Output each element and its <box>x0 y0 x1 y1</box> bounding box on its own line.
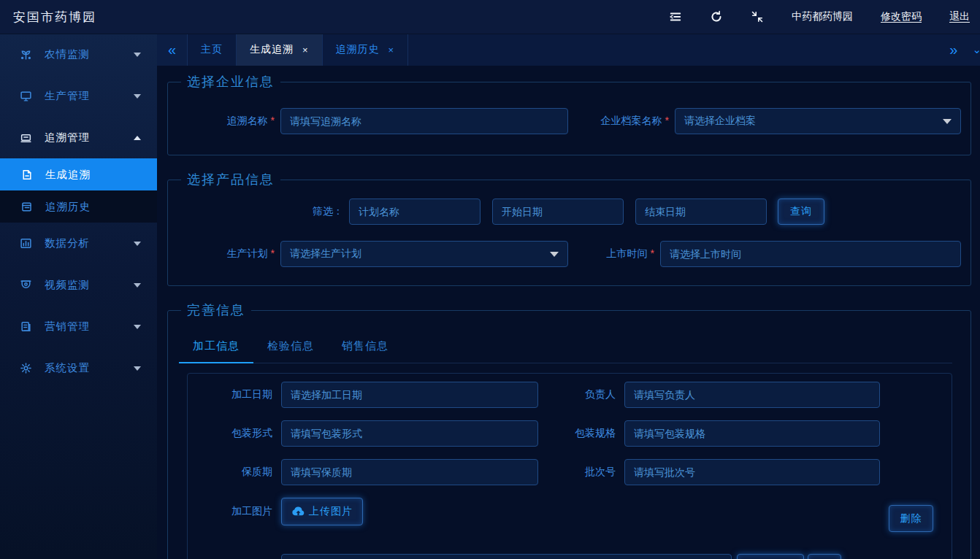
query-button[interactable]: 查询 <box>778 198 824 225</box>
trace-name-input[interactable] <box>280 108 568 134</box>
sidebar-item-label: 营销管理 <box>45 320 90 334</box>
sidebar-item-generate-trace[interactable]: 生成追溯 <box>0 158 157 190</box>
complete-info-section: 完善信息 加工信息 检验信息 销售信息 加工日期 负责人 包装形式 包装规格 保… <box>167 301 971 559</box>
enterprise-form-row: 追溯名称* 企业档案名称* 请选择企业档案 <box>168 90 971 155</box>
shelf-life-label: 保质期 <box>188 466 272 479</box>
tab-sales-info[interactable]: 销售信息 <box>328 332 402 363</box>
sidebar-item-production[interactable]: 生产管理 <box>0 75 157 117</box>
tab-home[interactable]: 主页 <box>188 34 237 66</box>
chevron-down-icon <box>134 283 141 288</box>
tab-processing-info[interactable]: 加工信息 <box>179 332 253 363</box>
sidebar-item-farm-monitor[interactable]: 农情监测 <box>0 34 157 75</box>
chevron-down-icon <box>134 366 141 371</box>
tab-trace-history[interactable]: 追溯历史 × <box>323 34 409 66</box>
plan-name-filter-input[interactable] <box>349 198 481 225</box>
tab-label: 生成追溯 <box>250 43 294 56</box>
form-row: 保质期 批次号 <box>188 459 952 485</box>
delete-video-button[interactable]: 删除 <box>808 554 841 559</box>
video-url-input[interactable] <box>281 554 732 559</box>
process-date-label: 加工日期 <box>188 388 272 401</box>
package-form-label: 包装形式 <box>188 427 272 440</box>
required-mark: * <box>271 115 275 126</box>
sidebar-item-label: 生成追溯 <box>45 168 91 182</box>
section-title: 选择企业信息 <box>181 73 280 90</box>
batch-no-input[interactable] <box>624 459 880 485</box>
product-form-row: 生产计划* 请选择生产计划 上市时间* <box>168 241 971 267</box>
shelf-life-input[interactable] <box>281 459 538 485</box>
launch-time-label: 上市时间* <box>568 247 654 261</box>
chevron-down-icon <box>550 252 559 257</box>
exit-fullscreen-icon[interactable] <box>751 10 764 23</box>
manager-label: 负责人 <box>563 388 616 401</box>
select-placeholder: 请选择企业档案 <box>684 115 756 128</box>
filter-label: 筛选： <box>168 205 343 218</box>
package-form-input[interactable] <box>281 420 538 447</box>
process-date-input[interactable] <box>281 382 538 408</box>
header-actions: 中药都药博园 修改密码 退出 <box>669 10 980 23</box>
org-name[interactable]: 中药都药博园 <box>792 10 853 23</box>
sidebar-item-marketing[interactable]: 营销管理 <box>0 306 157 347</box>
product-filter-row: 筛选： 查询 <box>168 198 971 225</box>
chevron-down-icon <box>134 53 141 57</box>
form-row: 包装形式 包装规格 <box>188 420 952 447</box>
tabs-scroll-left-icon[interactable]: « <box>157 34 188 66</box>
section-title: 完善信息 <box>181 301 251 319</box>
sidebar-item-label: 生产管理 <box>45 89 90 103</box>
sidebar-item-trace-management[interactable]: 追溯管理 <box>0 117 157 158</box>
refresh-icon[interactable] <box>710 10 723 23</box>
production-plan-select[interactable]: 请选择生产计划 <box>280 241 568 267</box>
sidebar-item-trace-history[interactable]: 追溯历史 <box>0 190 157 223</box>
form-row-image: 加工图片 上传图片 删除 <box>188 498 952 532</box>
end-date-filter-input[interactable] <box>635 198 767 225</box>
trace-icon <box>20 131 32 144</box>
package-spec-input[interactable] <box>624 420 880 447</box>
marketing-icon <box>20 320 32 333</box>
sidebar-item-label: 追溯管理 <box>45 131 90 144</box>
sidebar: 农情监测 生产管理 追溯管理 生成追溯 <box>0 34 157 559</box>
form-row: 加工日期 负责人 <box>188 382 952 408</box>
required-mark: * <box>271 247 275 259</box>
sidebar-item-video-monitor[interactable]: 视频监测 <box>0 264 157 306</box>
gear-icon <box>20 362 32 374</box>
product-info-section: 选择产品信息 筛选： 查询 生产计划* 请选择生产计划 上市时间* <box>167 171 971 286</box>
chevron-up-icon <box>134 136 141 140</box>
sidebar-item-system-settings[interactable]: 系统设置 <box>0 347 157 389</box>
change-password-link[interactable]: 修改密码 <box>881 10 922 23</box>
collapse-menu-icon[interactable] <box>669 10 682 23</box>
start-date-filter-input[interactable] <box>492 198 624 225</box>
form-row-video: 加工视频 上传视频 删除 <box>188 554 952 559</box>
tab-bar-controls: » ⌄ <box>949 34 980 66</box>
logout-link[interactable]: 退出 <box>949 10 970 23</box>
manager-input[interactable] <box>624 382 880 408</box>
package-spec-label: 包装规格 <box>563 427 616 440</box>
generate-trace-icon <box>20 169 33 181</box>
tab-label: 主页 <box>201 43 223 56</box>
main-content: 选择企业信息 追溯名称* 企业档案名称* 请选择企业档案 选择产品信息 筛选： … <box>157 66 980 559</box>
process-image-label: 加工图片 <box>188 505 272 518</box>
tabs-scroll-right-icon[interactable]: » <box>949 42 957 58</box>
trace-name-label: 追溯名称* <box>168 115 275 128</box>
batch-no-label: 批次号 <box>563 466 616 479</box>
tab-generate-trace[interactable]: 生成追溯 × <box>237 34 323 66</box>
complete-info-tabs: 加工信息 检验信息 销售信息 <box>179 332 952 363</box>
sidebar-item-label: 农情监测 <box>45 47 90 61</box>
production-plan-label: 生产计划* <box>168 247 275 261</box>
launch-time-input[interactable] <box>660 241 961 267</box>
upload-image-button[interactable]: 上传图片 <box>281 498 363 525</box>
section-title: 选择产品信息 <box>181 171 280 188</box>
sidebar-item-data-analysis[interactable]: 数据分析 <box>0 223 157 264</box>
enterprise-archive-select[interactable]: 请选择企业档案 <box>675 108 961 134</box>
upload-video-button[interactable]: 上传视频 <box>737 554 804 559</box>
sidebar-item-label: 系统设置 <box>45 361 90 375</box>
camera-icon <box>20 279 32 291</box>
tabs-menu-chevron-down-icon[interactable]: ⌄ <box>972 43 980 56</box>
app-header: 安国市药博园 中药都药博园 修改密码 退出 <box>0 0 980 34</box>
chevron-down-icon <box>134 94 141 99</box>
select-placeholder: 请选择生产计划 <box>290 247 361 261</box>
tab-inspection-info[interactable]: 检验信息 <box>253 332 328 363</box>
required-mark: * <box>651 247 654 259</box>
cloud-upload-icon <box>291 505 305 518</box>
close-icon[interactable]: × <box>388 45 395 55</box>
close-icon[interactable]: × <box>302 45 309 55</box>
delete-image-button[interactable]: 删除 <box>889 505 933 532</box>
